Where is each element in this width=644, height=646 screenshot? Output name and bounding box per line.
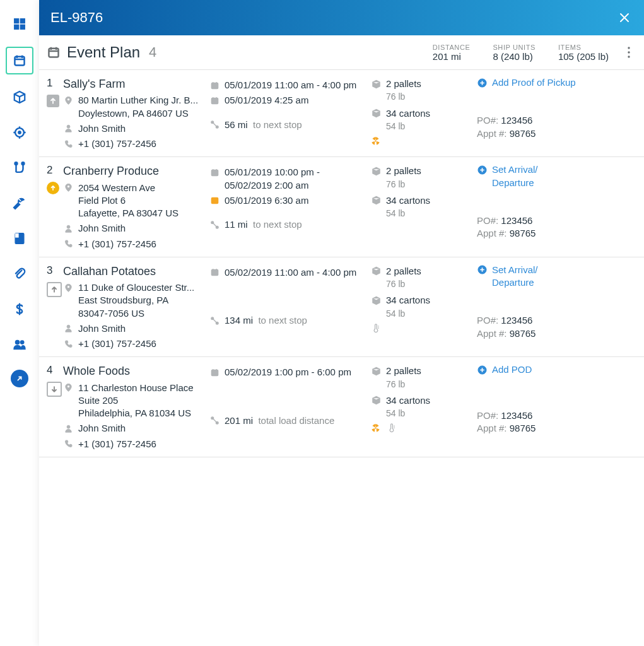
calendar-icon <box>209 367 220 377</box>
appointment-number: Appt #: 98765 <box>477 327 635 340</box>
eta: 05/01/2019 4:25 am <box>225 94 367 107</box>
hazmat-icon <box>371 423 380 436</box>
sidebar-tracking[interactable] <box>7 120 32 145</box>
stop-type-badge <box>47 182 59 194</box>
po-number: PO#: 123456 <box>477 214 635 227</box>
cartons: 34 cartons54 lb <box>386 107 473 133</box>
add-action-icon <box>477 165 487 175</box>
person-icon <box>63 223 73 233</box>
location-icon <box>63 95 73 105</box>
appointment-window: 05/02/2019 11:00 am - 4:00 pm <box>225 266 367 279</box>
sidebar-collapse[interactable] <box>11 370 28 387</box>
distance: 134 mi to next stop <box>225 314 367 327</box>
sidebar-contacts[interactable] <box>7 332 32 357</box>
location-icon <box>63 383 73 393</box>
stop-count: 4 <box>149 44 156 61</box>
stop-type-badge <box>47 382 59 394</box>
stat-distance: DISTANCE 201 mi <box>433 44 471 62</box>
distance: 201 mi total load distance <box>225 414 367 427</box>
add-action-icon <box>477 365 487 375</box>
stop-type-badge <box>47 95 59 107</box>
stop-address: 11 Charleston House Place Suite 205 Phil… <box>78 382 206 420</box>
person-icon <box>63 324 73 334</box>
contact-phone: +1 (301) 757-2456 <box>78 238 206 250</box>
temperature-icon <box>387 423 396 436</box>
event-stop: 4 Whole Foods 11 Charleston House Place … <box>39 357 644 457</box>
carton-icon <box>371 295 381 305</box>
header-menu-button[interactable] <box>623 42 635 63</box>
location-icon <box>63 283 73 293</box>
stop-name: Sally's Farm <box>63 76 206 91</box>
appointment-window: 05/01/2019 11:00 am - 4:00 pm <box>225 79 367 91</box>
distance-icon <box>209 220 220 230</box>
header: Event Plan 4 DISTANCE 201 mi SHIP UNITS … <box>39 35 644 70</box>
distance: 11 mi to next stop <box>225 218 367 231</box>
stop-type-badge <box>47 282 59 295</box>
sidebar-event-plan[interactable] <box>6 47 33 74</box>
po-number: PO#: 123456 <box>477 114 635 127</box>
cartons: 34 cartons54 lb <box>386 294 473 320</box>
contact-phone: +1 (301) 757-2456 <box>78 338 206 350</box>
sidebar-dashboard[interactable] <box>7 11 32 37</box>
stop-action-link[interactable]: Set Arrival/ Departure <box>492 163 635 189</box>
distance: 56 mi to next stop <box>225 119 367 131</box>
stop-name: Callahan Potatoes <box>63 264 206 279</box>
stop-action-link[interactable]: Add POD <box>492 363 635 376</box>
appointment-number: Appt #: 98765 <box>477 227 635 240</box>
pallets: 2 pallets76 lb <box>386 365 473 391</box>
sidebar-docs[interactable] <box>7 226 32 251</box>
temperature-icon <box>371 324 380 336</box>
pallet-icon <box>371 366 381 376</box>
eta: 05/01/2019 6:30 am <box>225 194 367 207</box>
carton-icon <box>371 396 381 406</box>
stop-action-link[interactable]: Add Proof of Pickup <box>492 76 635 89</box>
calendar-icon <box>209 267 220 278</box>
close-button[interactable] <box>616 9 633 26</box>
calendar-icon <box>45 44 62 61</box>
sidebar-attachments[interactable] <box>7 261 32 286</box>
sidebar-shipment[interactable] <box>7 85 32 110</box>
sidebar <box>0 0 40 646</box>
distance-icon <box>209 120 220 130</box>
carton-icon <box>371 109 381 119</box>
distance-icon <box>209 315 220 326</box>
stop-action-link[interactable]: Set Arrival/ Departure <box>492 264 635 290</box>
person-icon <box>63 423 73 433</box>
contact-name: John Smith <box>78 422 206 435</box>
sidebar-route[interactable] <box>7 155 32 180</box>
stop-index: 2 <box>47 164 52 176</box>
po-number: PO#: 123456 <box>477 409 635 422</box>
appointment-window: 05/02/2019 1:00 pm - 6:00 pm <box>225 366 367 379</box>
phone-icon <box>63 239 73 249</box>
event-stop: 3 Callahan Potatoes 11 Duke of Glouceste… <box>39 257 644 358</box>
person-icon <box>63 124 73 134</box>
stop-name: Cranberry Produce <box>63 163 206 179</box>
stat-ship-units: SHIP UNITS 8 (240 lb) <box>493 44 536 62</box>
page-title: Event Plan <box>67 44 140 61</box>
pallets: 2 pallets76 lb <box>386 78 473 103</box>
stop-index: 3 <box>47 264 52 276</box>
eta-icon <box>209 95 220 105</box>
stop-address: 2054 Western Ave Field Plot 6 Lafayette,… <box>78 182 206 220</box>
pallet-icon <box>371 79 381 89</box>
contact-phone: +1 (301) 757-2456 <box>78 138 206 150</box>
cartons: 34 cartons54 lb <box>386 194 473 220</box>
contact-name: John Smith <box>78 222 206 235</box>
calendar-icon <box>209 167 220 177</box>
location-icon <box>63 183 73 193</box>
titlebar: EL-9876 <box>39 0 644 35</box>
stop-address: 80 Martin Luther King Jr. B... Doylestow… <box>78 94 206 120</box>
distance-icon <box>209 416 220 426</box>
contact-name: John Smith <box>78 122 206 135</box>
stop-name: Whole Foods <box>63 363 206 379</box>
pallet-icon <box>371 166 381 176</box>
add-action-icon <box>477 78 487 88</box>
stat-items: ITEMS 105 (205 lb) <box>558 44 609 62</box>
phone-icon <box>63 439 73 449</box>
carton-icon <box>371 196 381 206</box>
eta-icon <box>209 196 220 206</box>
sidebar-tools[interactable] <box>7 191 32 216</box>
stop-index: 1 <box>47 77 52 89</box>
sidebar-financials[interactable] <box>7 297 32 322</box>
cartons: 34 cartons54 lb <box>386 394 473 420</box>
